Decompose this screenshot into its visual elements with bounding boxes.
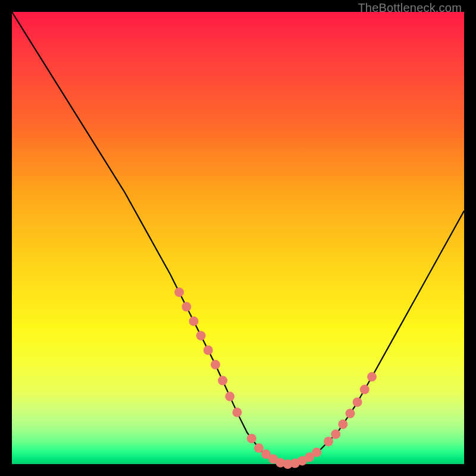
marker-dot (225, 392, 234, 401)
marker-dot (233, 408, 242, 417)
marker-dot (324, 437, 333, 446)
marker-dot (346, 409, 355, 418)
marker-dot (174, 287, 184, 297)
marker-dot (181, 302, 191, 312)
marker-dot (312, 447, 321, 457)
curve-svg (12, 12, 464, 464)
marker-dot (203, 346, 213, 355)
marker-dot (367, 372, 377, 381)
marker-dot (211, 360, 220, 369)
marker-dot (196, 331, 206, 340)
bottleneck-curve (12, 12, 464, 464)
marker-dot (353, 397, 362, 407)
watermark-text: TheBottleneck.com (358, 1, 462, 15)
marker-dot (331, 430, 340, 439)
chart-container: TheBottleneck.com (0, 0, 476, 476)
marker-dot (218, 376, 227, 386)
curve-markers (174, 287, 377, 469)
plot-area (12, 12, 464, 464)
marker-dot (189, 317, 199, 326)
marker-dot (360, 385, 369, 394)
marker-dot (247, 434, 256, 443)
marker-dot (338, 419, 347, 429)
